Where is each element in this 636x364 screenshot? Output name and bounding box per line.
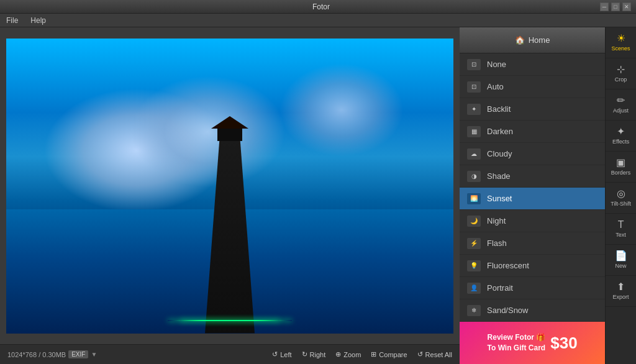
tool-item-adjust[interactable]: ✏Adjust	[606, 89, 636, 121]
reset-button[interactable]: ↺ Reset All	[417, 350, 452, 358]
bottom-actions: ↺ Left ↻ Right ⊕ Zoom ⊞ Compare ↺ Rese	[272, 350, 452, 358]
rotate-right-button[interactable]: ↻ Right	[302, 350, 326, 358]
scene-label-shade: Shade	[487, 171, 511, 181]
scene-icon-sunset: 🌅	[467, 193, 481, 204]
main-image	[6, 39, 453, 334]
tool-item-scenes[interactable]: ☀Scenes	[606, 27, 636, 58]
ad-banner[interactable]: Review Fotor 🎁 To Win Gift Card $30	[460, 322, 605, 364]
scene-item-portrait[interactable]: 👤Portrait	[460, 277, 605, 299]
image-container	[0, 27, 460, 344]
menu-help[interactable]: Help	[28, 15, 48, 26]
cloud-3	[279, 63, 404, 157]
scene-label-backlit: Backlit	[487, 104, 511, 114]
ad-line2: To Win Gift Card	[488, 343, 546, 353]
rotate-left-icon: ↺	[272, 350, 278, 358]
scene-item-none[interactable]: ⊡None	[460, 53, 605, 76]
tool-icon-new: 📄	[615, 251, 627, 261]
tool-icon-scenes: ☀	[617, 34, 625, 43]
scene-icon-auto: ⊡	[467, 81, 481, 93]
scene-label-darken: Darken	[487, 127, 513, 136]
scene-item-night[interactable]: 🌙Night	[460, 210, 605, 232]
rotate-left-button[interactable]: ↺ Left	[272, 350, 291, 358]
zoom-button[interactable]: ⊕ Zoom	[335, 350, 361, 358]
scene-item-flash[interactable]: ⚡Flash	[460, 232, 605, 255]
app-title: Fotor	[42, 2, 600, 11]
close-button[interactable]: ✕	[622, 2, 631, 11]
image-dimensions: 1024*768 / 0.30MB	[7, 351, 66, 358]
scene-label-auto: Auto	[487, 82, 504, 91]
tools-sidebar: ☀Scenes⊹Crop✏Adjust✦Effects▣Borders◎Tilt…	[605, 27, 636, 364]
scene-item-sunset[interactable]: 🌅Sunset	[460, 188, 605, 210]
hut-body	[217, 129, 242, 141]
tool-label-crop: Crop	[615, 76, 627, 83]
right-panel: 🏠 Home ⊡None⊡Auto✦Backlit▦Darken☁Cloudy◑…	[460, 27, 605, 364]
scene-icon-shade: ◑	[467, 171, 481, 182]
titlebar: Fotor ─ □ ✕	[0, 0, 636, 14]
rotate-right-icon: ↻	[302, 350, 307, 358]
tool-icon-crop: ⊹	[617, 65, 625, 75]
home-icon: 🏠	[515, 35, 525, 45]
zoom-icon: ⊕	[335, 350, 341, 358]
compare-button[interactable]: ⊞ Compare	[371, 350, 407, 358]
scene-label-cloudy: Cloudy	[487, 149, 512, 158]
tool-item-crop[interactable]: ⊹Crop	[606, 58, 636, 89]
tool-label-tilt_shift: Tilt-Shift	[611, 201, 631, 207]
scene-label-flash: Flash	[487, 239, 507, 248]
tool-item-text[interactable]: TText	[606, 214, 636, 245]
tool-label-new: New	[616, 263, 627, 269]
scene-item-fluorescent[interactable]: 💡Fluorescent	[460, 255, 605, 277]
scene-item-cloudy[interactable]: ☁Cloudy	[460, 143, 605, 165]
scene-label-none: None	[487, 60, 506, 69]
reset-icon: ↺	[417, 350, 423, 358]
home-label: Home	[529, 35, 550, 45]
scene-item-backlit[interactable]: ✦Backlit	[460, 98, 605, 121]
scene-icon-sand_snow: ❄	[467, 305, 481, 316]
tool-icon-text: T	[618, 220, 624, 230]
scene-label-fluorescent: Fluorescent	[487, 261, 529, 270]
main-layout: 1024*768 / 0.30MB EXIF ▼ ↺ Left ↻ Right …	[0, 27, 636, 364]
scene-label-portrait: Portrait	[487, 283, 513, 293]
tool-label-scenes: Scenes	[612, 45, 630, 52]
scene-icon-backlit: ✦	[467, 104, 481, 115]
scene-icon-darken: ▦	[467, 126, 481, 137]
tool-icon-borders: ▣	[616, 158, 625, 168]
image-info: 1024*768 / 0.30MB EXIF ▼	[7, 350, 97, 358]
scene-icon-flash: ⚡	[467, 238, 481, 249]
scene-icon-night: 🌙	[467, 216, 481, 227]
tool-item-borders[interactable]: ▣Borders	[606, 152, 636, 183]
tool-icon-adjust: ✏	[617, 96, 625, 106]
tool-label-adjust: Adjust	[613, 107, 629, 114]
scene-label-sunset: Sunset	[487, 194, 512, 203]
hut-roof	[211, 116, 248, 129]
scene-label-night: Night	[487, 216, 506, 225]
minimize-button[interactable]: ─	[600, 2, 609, 11]
ad-line1: Review Fotor 🎁	[488, 332, 546, 343]
tool-item-effects[interactable]: ✦Effects	[606, 121, 636, 152]
dock-lights-right	[180, 320, 292, 321]
tool-label-text: Text	[616, 232, 626, 238]
menu-file[interactable]: File	[4, 15, 20, 26]
scene-item-darken[interactable]: ▦Darken	[460, 121, 605, 143]
scene-icon-portrait: 👤	[467, 283, 481, 294]
scene-item-shade[interactable]: ◑Shade	[460, 165, 605, 188]
scene-item-sand_snow[interactable]: ❄Sand/Snow	[460, 299, 605, 322]
restore-button[interactable]: □	[611, 2, 620, 11]
canvas-area: 1024*768 / 0.30MB EXIF ▼ ↺ Left ↻ Right …	[0, 27, 460, 364]
window-controls[interactable]: ─ □ ✕	[600, 2, 631, 11]
tool-icon-effects: ✦	[617, 127, 625, 137]
hut	[211, 116, 248, 141]
scenes-list[interactable]: ⊡None⊡Auto✦Backlit▦Darken☁Cloudy◑Shade🌅S…	[460, 53, 605, 322]
exif-badge[interactable]: EXIF	[68, 350, 88, 358]
tool-label-borders: Borders	[611, 170, 631, 176]
scene-icon-cloudy: ☁	[467, 148, 481, 160]
tool-item-new[interactable]: 📄New	[606, 245, 636, 276]
ad-price: $30	[550, 334, 577, 353]
tool-item-tilt_shift[interactable]: ◎Tilt-Shift	[606, 183, 636, 214]
cloud-2	[130, 76, 286, 188]
scene-item-auto[interactable]: ⊡Auto	[460, 76, 605, 98]
bottom-toolbar: 1024*768 / 0.30MB EXIF ▼ ↺ Left ↻ Right …	[0, 344, 460, 364]
tool-item-export[interactable]: ⬆Export	[606, 276, 636, 307]
tool-label-export: Export	[613, 294, 629, 300]
scene-label-sand_snow: Sand/Snow	[487, 306, 529, 315]
home-button[interactable]: 🏠 Home	[460, 27, 605, 53]
